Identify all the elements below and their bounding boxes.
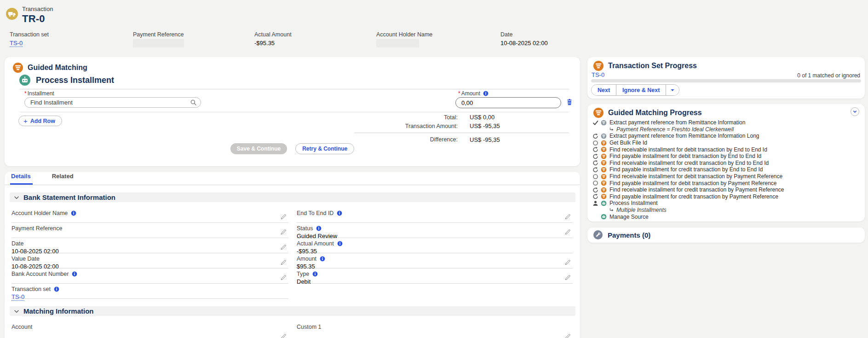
- info-icon[interactable]: [72, 271, 77, 277]
- info-icon[interactable]: [71, 210, 76, 216]
- section-bank-statement-information[interactable]: Bank Statement Information: [10, 192, 575, 202]
- amount-input[interactable]: [455, 97, 561, 108]
- edit-pencil-icon[interactable]: [565, 259, 571, 265]
- tab-bar: Details Related: [5, 172, 580, 185]
- pending-circle-icon: [592, 174, 598, 180]
- transaction-set-link[interactable]: TS-0: [592, 71, 604, 78]
- section-matching-information[interactable]: Matching Information: [10, 306, 575, 316]
- info-icon[interactable]: [54, 286, 59, 292]
- progress-step-find-payable-installment-for-credit-transaction-by-end-to-end-id[interactable]: Find payable installment for credit tran…: [592, 166, 862, 173]
- field-type: Type Debit: [297, 268, 573, 284]
- save-continue-button[interactable]: Save & Continue: [230, 143, 287, 154]
- info-icon[interactable]: [312, 271, 318, 277]
- find-installment-input[interactable]: [24, 97, 201, 108]
- progress-step-manage-source[interactable]: Manage Source: [592, 213, 862, 220]
- progress-step-find-receivable-installment-for-debit-transaction-by-payment-reference[interactable]: Find receivable installment for debit tr…: [592, 173, 862, 180]
- delete-row-button[interactable]: [566, 99, 573, 105]
- payments-card: Payments (0): [587, 227, 865, 243]
- edit-pencil-icon[interactable]: [565, 333, 571, 338]
- pending-circle-icon: [592, 180, 598, 186]
- field-account: Account: [11, 321, 288, 338]
- tab-details[interactable]: Details: [10, 173, 33, 185]
- edit-pencil-icon[interactable]: [281, 214, 287, 220]
- edit-pencil-icon[interactable]: [565, 274, 571, 280]
- progress-step-find-payable-installment-for-debit-transaction-by-payment-reference[interactable]: Find payable installment for debit trans…: [592, 180, 862, 186]
- extract-step-badge-icon: [601, 133, 607, 139]
- find-step-badge-icon: [601, 140, 607, 146]
- progress-step-find-receivable-installment-for-debit-transaction-by-end-to-end-id[interactable]: Find receivable installment for debit tr…: [592, 146, 862, 153]
- progress-count-label: 0 of 1 matched or ignored: [797, 72, 860, 79]
- more-actions-dropdown[interactable]: [666, 85, 679, 95]
- retry-arrow-icon: [592, 153, 598, 159]
- retry-continue-button[interactable]: Retry & Continue: [295, 143, 354, 154]
- process-badge-icon: [600, 200, 607, 206]
- progress-step-get-bulk-file-id[interactable]: Get Bulk File Id: [592, 140, 862, 146]
- divider: [20, 112, 569, 112]
- edit-pencil-icon[interactable]: [281, 333, 287, 338]
- edit-pencil-icon[interactable]: [281, 244, 287, 250]
- retry-status-icon: [592, 193, 598, 199]
- info-icon[interactable]: [337, 210, 342, 216]
- retry-arrow-icon: [592, 133, 598, 139]
- find-badge-icon: [600, 180, 607, 186]
- search-icon[interactable]: [190, 99, 197, 106]
- transaction-entity-icon: [6, 8, 18, 20]
- progress-step-find-payable-installment-for-credit-transaction-by-payment-reference[interactable]: Find payable installment for credit tran…: [592, 193, 862, 200]
- trash-icon: [566, 99, 573, 105]
- payments-icon: [593, 230, 603, 239]
- tab-related[interactable]: Related: [51, 173, 75, 185]
- collapse-button[interactable]: [851, 107, 859, 116]
- done-status-icon: [592, 120, 598, 126]
- retry-arrow-icon: [592, 167, 598, 173]
- payments-title[interactable]: Payments (0): [608, 231, 650, 239]
- caret-down-icon: [670, 87, 675, 93]
- progress-step-process-installment[interactable]: Process Installment: [592, 200, 862, 207]
- progress-step-extract-payment-reference-from-remittance-information[interactable]: Extract payment reference from Remittanc…: [592, 119, 862, 126]
- summary-field-payment-reference: Payment Reference: [133, 31, 184, 47]
- edit-pencil-icon[interactable]: [281, 259, 287, 265]
- edit-pencil-icon[interactable]: [565, 229, 571, 235]
- empty-value-box: [133, 39, 184, 47]
- field-transaction-set: Transaction set TS-0: [11, 284, 288, 299]
- retry-arrow-icon: [592, 160, 598, 166]
- hook-arrow-icon: [609, 127, 614, 132]
- totals-block: Total: US$ 0,00 Transaction Amount: US$ …: [354, 113, 569, 144]
- extract-badge-icon: [600, 120, 607, 126]
- progress-step-find-receivable-installment-for-credit-transaction-by-payment-reference[interactable]: Find receivable installment for credit t…: [592, 186, 862, 193]
- field-account-holder-name: Account Holder Name: [11, 208, 288, 223]
- chevron-down-icon: [13, 194, 20, 201]
- info-icon[interactable]: [337, 241, 343, 246]
- pending-status-icon: [592, 174, 598, 180]
- next-button[interactable]: Next: [592, 85, 616, 95]
- edit-pencil-icon[interactable]: [281, 229, 287, 235]
- progress-step-extract-payment-reference-from-remittance-information-long[interactable]: Extract payment reference from Remittanc…: [592, 133, 862, 140]
- find-step-badge-icon: [601, 174, 607, 180]
- field-bank-account-number: Bank Account Number: [11, 268, 288, 284]
- chevron-down-icon: [852, 109, 857, 114]
- edit-pencil-icon[interactable]: [565, 214, 571, 220]
- process-badge-icon: [600, 214, 607, 220]
- progress-button-group: Next Ignore & Next: [591, 84, 679, 96]
- find-badge-icon: [600, 160, 607, 166]
- find-step-badge-icon: [601, 193, 607, 199]
- info-icon[interactable]: [316, 226, 322, 231]
- edit-pencil-icon[interactable]: [281, 274, 287, 280]
- find-step-badge-icon: [601, 187, 607, 193]
- retry-arrow-icon: [592, 187, 598, 193]
- ignore-and-next-button[interactable]: Ignore & Next: [616, 85, 666, 95]
- summary-link-ts-0[interactable]: TS-0: [10, 40, 23, 47]
- progress-step-find-receivable-installment-for-credit-transaction-by-end-to-end-id[interactable]: Find receivable installment for credit t…: [592, 160, 862, 167]
- add-row-button[interactable]: + Add Row: [18, 116, 62, 126]
- transaction-set-progress-title: Transaction Set Progress: [608, 62, 697, 70]
- progress-step-list: Extract payment reference from Remittanc…: [592, 119, 862, 220]
- retry-arrow-icon: [592, 146, 598, 152]
- find-badge-icon: [600, 187, 607, 193]
- summary-field-actual-amount: Actual Amount -$95.35: [254, 31, 292, 47]
- progress-step-find-payable-installment-for-debit-transaction-by-end-to-end-id[interactable]: Find payable installment for debit trans…: [592, 153, 862, 160]
- details-card: Details Related Bank Statement Informati…: [5, 172, 580, 338]
- info-icon[interactable]: [483, 91, 489, 96]
- process-installment-icon: [19, 75, 30, 86]
- info-icon[interactable]: [320, 256, 325, 262]
- transaction-set-progress-icon: [593, 61, 604, 71]
- field-link-ts-0[interactable]: TS-0: [11, 293, 24, 301]
